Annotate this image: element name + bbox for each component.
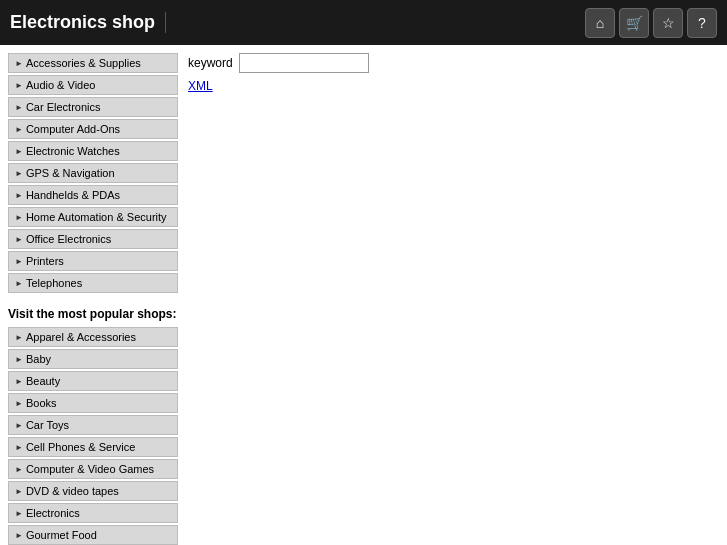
sidebar-main-category-item[interactable]: ►GPS & Navigation — [8, 163, 178, 183]
sidebar-main-category-item[interactable]: ►Printers — [8, 251, 178, 271]
arrow-icon: ► — [15, 191, 23, 200]
help-icon[interactable]: ? — [687, 8, 717, 38]
arrow-icon: ► — [15, 169, 23, 178]
arrow-icon: ► — [15, 509, 23, 518]
xml-link[interactable]: XML — [188, 79, 213, 93]
arrow-icon: ► — [15, 257, 23, 266]
arrow-icon: ► — [15, 125, 23, 134]
popular-category-list: ►Apparel & Accessories►Baby►Beauty►Books… — [8, 327, 178, 545]
app-title: Electronics shop — [10, 12, 166, 33]
sidebar-popular-category-item[interactable]: ►Books — [8, 393, 178, 413]
arrow-icon: ► — [15, 465, 23, 474]
sidebar-popular-category-item[interactable]: ►Cell Phones & Service — [8, 437, 178, 457]
sidebar-popular-category-item[interactable]: ►Computer & Video Games — [8, 459, 178, 479]
arrow-icon: ► — [15, 59, 23, 68]
sidebar-popular-category-item[interactable]: ►Electronics — [8, 503, 178, 523]
sidebar-main-category-item[interactable]: ►Electronic Watches — [8, 141, 178, 161]
main-category-list: ►Accessories & Supplies►Audio & Video►Ca… — [8, 53, 178, 293]
keyword-row: keyword — [188, 53, 709, 73]
star-icon[interactable]: ☆ — [653, 8, 683, 38]
sidebar-main-category-item[interactable]: ►Handhelds & PDAs — [8, 185, 178, 205]
arrow-icon: ► — [15, 531, 23, 540]
sidebar-main-category-item[interactable]: ►Telephones — [8, 273, 178, 293]
sidebar-popular-category-item[interactable]: ►Beauty — [8, 371, 178, 391]
arrow-icon: ► — [15, 103, 23, 112]
arrow-icon: ► — [15, 235, 23, 244]
sidebar-main-category-item[interactable]: ►Computer Add-Ons — [8, 119, 178, 139]
cart-icon[interactable]: 🛒 — [619, 8, 649, 38]
home-icon[interactable]: ⌂ — [585, 8, 615, 38]
arrow-icon: ► — [15, 213, 23, 222]
sidebar-main-category-item[interactable]: ►Office Electronics — [8, 229, 178, 249]
arrow-icon: ► — [15, 333, 23, 342]
keyword-input[interactable] — [239, 53, 369, 73]
sidebar-main-category-item[interactable]: ►Home Automation & Security — [8, 207, 178, 227]
arrow-icon: ► — [15, 147, 23, 156]
arrow-icon: ► — [15, 443, 23, 452]
arrow-icon: ► — [15, 377, 23, 386]
sidebar-popular-category-item[interactable]: ►DVD & video tapes — [8, 481, 178, 501]
sidebar-main-category-item[interactable]: ►Audio & Video — [8, 75, 178, 95]
sidebar-main-category-item[interactable]: ►Accessories & Supplies — [8, 53, 178, 73]
content-area: keyword XML — [178, 53, 719, 545]
keyword-label: keyword — [188, 56, 233, 70]
sidebar-popular-category-item[interactable]: ►Car Toys — [8, 415, 178, 435]
popular-heading: Visit the most popular shops: — [8, 307, 178, 321]
header-icon-group: ⌂ 🛒 ☆ ? — [585, 8, 717, 38]
sidebar-main-category-item[interactable]: ►Car Electronics — [8, 97, 178, 117]
arrow-icon: ► — [15, 399, 23, 408]
arrow-icon: ► — [15, 81, 23, 90]
arrow-icon: ► — [15, 421, 23, 430]
arrow-icon: ► — [15, 355, 23, 364]
sidebar-popular-category-item[interactable]: ►Baby — [8, 349, 178, 369]
sidebar-popular-category-item[interactable]: ►Gourmet Food — [8, 525, 178, 545]
arrow-icon: ► — [15, 279, 23, 288]
sidebar-popular-category-item[interactable]: ►Apparel & Accessories — [8, 327, 178, 347]
arrow-icon: ► — [15, 487, 23, 496]
main-layout: ►Accessories & Supplies►Audio & Video►Ca… — [0, 45, 727, 545]
sidebar: ►Accessories & Supplies►Audio & Video►Ca… — [8, 53, 178, 545]
header: Electronics shop ⌂ 🛒 ☆ ? — [0, 0, 727, 45]
